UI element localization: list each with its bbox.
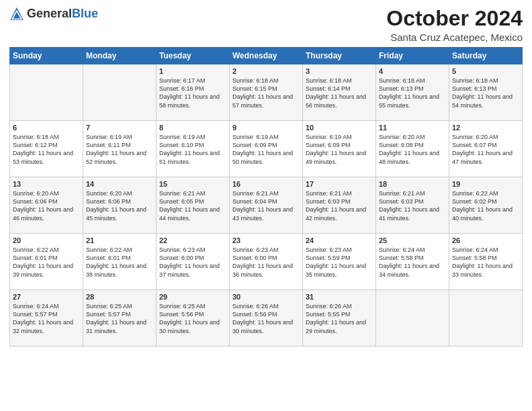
day-header-monday: Monday [83, 48, 157, 64]
calendar-cell: 19Sunrise: 6:22 AMSunset: 6:02 PMDayligh… [449, 177, 523, 234]
day-number: 14 [86, 180, 153, 188]
day-number: 11 [379, 124, 446, 132]
day-header-saturday: Saturday [449, 48, 523, 64]
calendar-cell: 24Sunrise: 6:23 AMSunset: 5:59 PMDayligh… [303, 234, 376, 290]
day-header-wednesday: Wednesday [230, 48, 303, 64]
cell-info: Sunrise: 6:26 AMSunset: 5:55 PMDaylight:… [306, 302, 373, 335]
calendar-week-row: 1Sunrise: 6:17 AMSunset: 6:16 PMDaylight… [10, 64, 523, 121]
calendar-header-row: SundayMondayTuesdayWednesdayThursdayFrid… [10, 48, 523, 64]
calendar-week-row: 20Sunrise: 6:22 AMSunset: 6:01 PMDayligh… [10, 234, 523, 290]
calendar-cell: 13Sunrise: 6:20 AMSunset: 6:06 PMDayligh… [10, 177, 83, 234]
cell-info: Sunrise: 6:20 AMSunset: 6:07 PMDaylight:… [452, 133, 519, 166]
cell-info: Sunrise: 6:22 AMSunset: 6:01 PMDaylight:… [86, 246, 153, 279]
calendar-cell: 23Sunrise: 6:23 AMSunset: 6:00 PMDayligh… [230, 234, 303, 290]
month-title: October 2024 [386, 7, 523, 30]
logo-text: GeneralBlue [27, 7, 98, 21]
calendar-cell: 26Sunrise: 6:24 AMSunset: 5:58 PMDayligh… [449, 234, 523, 290]
logo-blue: Blue [72, 7, 98, 20]
day-number: 13 [13, 180, 80, 188]
day-number: 25 [379, 236, 446, 244]
cell-info: Sunrise: 6:21 AMSunset: 6:03 PMDaylight:… [306, 189, 373, 222]
cell-info: Sunrise: 6:18 AMSunset: 6:14 PMDaylight:… [306, 77, 373, 109]
calendar-cell: 29Sunrise: 6:25 AMSunset: 5:56 PMDayligh… [157, 290, 230, 347]
cell-info: Sunrise: 6:24 AMSunset: 5:58 PMDaylight:… [452, 246, 519, 279]
calendar-cell: 3Sunrise: 6:18 AMSunset: 6:14 PMDaylight… [303, 64, 376, 121]
page-container: GeneralBlue October 2024 Santa Cruz Acat… [0, 0, 532, 353]
cell-info: Sunrise: 6:20 AMSunset: 6:06 PMDaylight:… [13, 189, 80, 222]
title-section: October 2024 Santa Cruz Acatepec, Mexico [386, 7, 523, 43]
calendar-cell: 14Sunrise: 6:20 AMSunset: 6:06 PMDayligh… [83, 177, 157, 234]
day-header-thursday: Thursday [303, 48, 376, 64]
calendar-cell [10, 64, 83, 121]
calendar-cell: 8Sunrise: 6:19 AMSunset: 6:10 PMDaylight… [157, 121, 230, 177]
location-title: Santa Cruz Acatepec, Mexico [386, 32, 523, 43]
cell-info: Sunrise: 6:19 AMSunset: 6:09 PMDaylight:… [306, 133, 373, 166]
day-number: 22 [159, 236, 226, 244]
cell-info: Sunrise: 6:26 AMSunset: 5:56 PMDaylight:… [232, 302, 300, 335]
calendar-cell: 16Sunrise: 6:21 AMSunset: 6:04 PMDayligh… [230, 177, 303, 234]
day-number: 6 [13, 124, 80, 132]
cell-info: Sunrise: 6:18 AMSunset: 6:13 PMDaylight:… [452, 77, 519, 109]
day-number: 12 [452, 124, 519, 132]
day-number: 29 [159, 293, 226, 301]
day-header-friday: Friday [376, 48, 449, 64]
cell-info: Sunrise: 6:21 AMSunset: 6:04 PMDaylight:… [232, 189, 300, 222]
day-number: 19 [452, 180, 519, 188]
calendar-cell: 6Sunrise: 6:18 AMSunset: 6:12 PMDaylight… [10, 121, 83, 177]
calendar-cell: 21Sunrise: 6:22 AMSunset: 6:01 PMDayligh… [83, 234, 157, 290]
cell-info: Sunrise: 6:18 AMSunset: 6:13 PMDaylight:… [379, 77, 446, 109]
day-number: 3 [306, 67, 373, 75]
day-number: 2 [232, 67, 300, 75]
calendar-cell: 18Sunrise: 6:21 AMSunset: 6:03 PMDayligh… [376, 177, 449, 234]
calendar-cell: 25Sunrise: 6:24 AMSunset: 5:58 PMDayligh… [376, 234, 449, 290]
calendar-cell: 11Sunrise: 6:20 AMSunset: 6:08 PMDayligh… [376, 121, 449, 177]
day-number: 8 [159, 124, 226, 132]
calendar-cell: 28Sunrise: 6:25 AMSunset: 5:57 PMDayligh… [83, 290, 157, 347]
calendar-week-row: 13Sunrise: 6:20 AMSunset: 6:06 PMDayligh… [10, 177, 523, 234]
cell-info: Sunrise: 6:23 AMSunset: 5:59 PMDaylight:… [306, 246, 373, 279]
cell-info: Sunrise: 6:18 AMSunset: 6:15 PMDaylight:… [232, 77, 300, 109]
logo: GeneralBlue [9, 7, 98, 21]
cell-info: Sunrise: 6:22 AMSunset: 6:01 PMDaylight:… [13, 246, 80, 279]
day-number: 26 [452, 236, 519, 244]
cell-info: Sunrise: 6:20 AMSunset: 6:06 PMDaylight:… [86, 189, 153, 222]
logo-icon [9, 7, 24, 21]
calendar-cell: 27Sunrise: 6:24 AMSunset: 5:57 PMDayligh… [10, 290, 83, 347]
day-number: 20 [13, 236, 80, 244]
cell-info: Sunrise: 6:19 AMSunset: 6:11 PMDaylight:… [86, 133, 153, 166]
calendar-cell: 15Sunrise: 6:21 AMSunset: 6:05 PMDayligh… [157, 177, 230, 234]
calendar-cell: 9Sunrise: 6:19 AMSunset: 6:09 PMDaylight… [230, 121, 303, 177]
calendar-table: SundayMondayTuesdayWednesdayThursdayFrid… [9, 47, 523, 347]
logo-general: General [27, 7, 72, 20]
calendar-cell: 12Sunrise: 6:20 AMSunset: 6:07 PMDayligh… [449, 121, 523, 177]
cell-info: Sunrise: 6:21 AMSunset: 6:03 PMDaylight:… [379, 189, 446, 222]
day-number: 27 [13, 293, 80, 301]
cell-info: Sunrise: 6:22 AMSunset: 6:02 PMDaylight:… [452, 189, 519, 222]
day-number: 16 [232, 180, 300, 188]
cell-info: Sunrise: 6:19 AMSunset: 6:09 PMDaylight:… [232, 133, 300, 166]
cell-info: Sunrise: 6:19 AMSunset: 6:10 PMDaylight:… [159, 133, 226, 166]
day-number: 10 [306, 124, 373, 132]
cell-info: Sunrise: 6:18 AMSunset: 6:12 PMDaylight:… [13, 133, 80, 166]
day-number: 4 [379, 67, 446, 75]
day-number: 9 [232, 124, 300, 132]
calendar-cell: 17Sunrise: 6:21 AMSunset: 6:03 PMDayligh… [303, 177, 376, 234]
day-number: 23 [232, 236, 300, 244]
cell-info: Sunrise: 6:24 AMSunset: 5:58 PMDaylight:… [379, 246, 446, 279]
calendar-cell: 1Sunrise: 6:17 AMSunset: 6:16 PMDaylight… [157, 64, 230, 121]
header: GeneralBlue October 2024 Santa Cruz Acat… [9, 7, 523, 43]
day-number: 18 [379, 180, 446, 188]
cell-info: Sunrise: 6:23 AMSunset: 6:00 PMDaylight:… [159, 246, 226, 279]
cell-info: Sunrise: 6:24 AMSunset: 5:57 PMDaylight:… [13, 302, 80, 335]
calendar-week-row: 27Sunrise: 6:24 AMSunset: 5:57 PMDayligh… [10, 290, 523, 347]
day-number: 30 [232, 293, 300, 301]
cell-info: Sunrise: 6:25 AMSunset: 5:56 PMDaylight:… [159, 302, 226, 335]
day-number: 21 [86, 236, 153, 244]
day-number: 5 [452, 67, 519, 75]
day-number: 1 [159, 67, 226, 75]
calendar-week-row: 6Sunrise: 6:18 AMSunset: 6:12 PMDaylight… [10, 121, 523, 177]
calendar-cell [449, 290, 523, 347]
calendar-cell: 22Sunrise: 6:23 AMSunset: 6:00 PMDayligh… [157, 234, 230, 290]
calendar-cell [376, 290, 449, 347]
cell-info: Sunrise: 6:25 AMSunset: 5:57 PMDaylight:… [86, 302, 153, 335]
